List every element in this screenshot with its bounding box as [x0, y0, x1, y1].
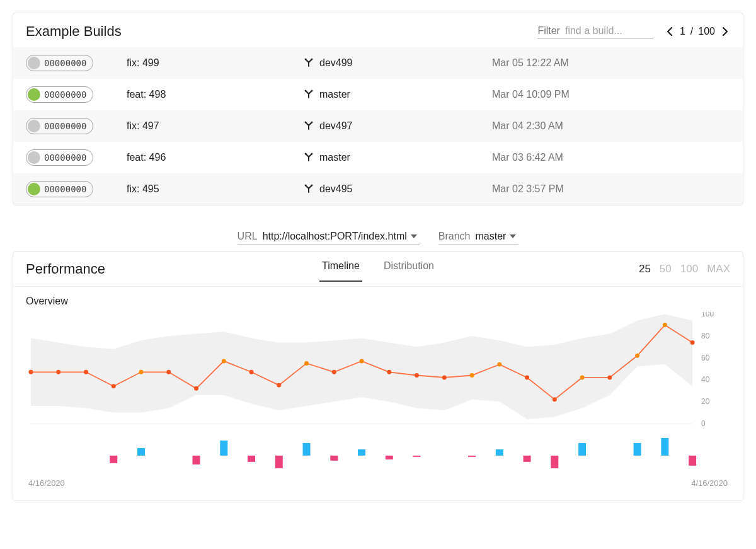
selectors-row: URL http://localhost:PORT/index.html Bra… [0, 218, 756, 248]
range-options: 25 50 100 MAX [639, 263, 730, 275]
build-row[interactable]: 00000000fix: 495dev495Mar 02 3:57 PM [13, 173, 743, 205]
value-point [332, 370, 336, 374]
avatar [28, 120, 40, 132]
delta-bar-positive [634, 443, 641, 456]
delta-bar-negative [330, 456, 338, 461]
pager-total: 100 [698, 26, 715, 37]
delta-bar-positive [496, 449, 503, 456]
delta-bar-positive [358, 449, 365, 456]
value-point [663, 323, 667, 327]
range-50[interactable]: 50 [660, 263, 672, 275]
build-hash-cell: 00000000 [26, 55, 127, 71]
y-tick-label: 100 [701, 312, 714, 318]
delta-bar-positive [578, 443, 586, 456]
tab-timeline[interactable]: Timeline [319, 257, 362, 282]
build-time: Mar 04 2:30 AM [492, 120, 730, 132]
delta-bar-negative [248, 456, 255, 462]
builds-title: Example Builds [26, 23, 122, 40]
value-point [166, 370, 171, 374]
build-branch: dev495 [303, 183, 492, 195]
branch-selector-label: Branch [438, 231, 471, 242]
filter-input[interactable] [565, 25, 653, 37]
x-end-label: 4/16/2020 [691, 478, 728, 488]
confidence-band [31, 314, 692, 419]
branch-selector-value: master [475, 231, 516, 242]
range-max[interactable]: MAX [707, 263, 730, 275]
build-time: Mar 05 12:22 AM [492, 57, 730, 69]
delta-bar-positive [137, 448, 145, 456]
value-point [635, 354, 639, 358]
value-point [304, 361, 309, 366]
commit-pill[interactable]: 00000000 [26, 86, 93, 103]
commit-pill[interactable]: 00000000 [26, 181, 93, 197]
tab-distribution[interactable]: Distribution [381, 257, 437, 282]
build-hash-cell: 00000000 [26, 181, 127, 197]
value-point [249, 370, 254, 374]
filter-field[interactable]: Filter [537, 25, 653, 38]
build-hash-cell: 00000000 [26, 118, 127, 134]
branch-icon [303, 57, 314, 69]
value-point [525, 375, 529, 379]
commit-hash: 00000000 [44, 58, 86, 68]
x-start-label: 4/16/2020 [28, 478, 65, 488]
delta-bar-negative [193, 456, 200, 465]
value-point [112, 384, 116, 388]
value-point [442, 375, 447, 379]
pager-next-button[interactable] [720, 26, 730, 37]
range-25[interactable]: 25 [639, 263, 651, 275]
pager-current: 1 [680, 26, 685, 37]
branch-icon [303, 89, 314, 100]
value-point [415, 373, 419, 378]
delta-bar-positive [220, 441, 227, 456]
delta-bar-negative [110, 456, 117, 463]
avatar [28, 88, 40, 101]
build-row[interactable]: 00000000feat: 496masterMar 03 6:42 AM [13, 142, 743, 173]
builds-list: 00000000fix: 499dev499Mar 05 12:22 AM000… [13, 47, 743, 205]
range-100[interactable]: 100 [680, 263, 698, 275]
overview-chart: 020406080100 [26, 312, 730, 475]
chevron-right-icon [721, 27, 729, 36]
build-row[interactable]: 00000000feat: 498masterMar 04 10:09 PM [13, 79, 743, 110]
build-branch: master [303, 89, 492, 100]
build-row[interactable]: 00000000fix: 497dev497Mar 04 2:30 AM [13, 110, 743, 142]
builds-card: Example Builds Filter 1 / 100 00000000fi… [13, 13, 743, 205]
build-hash-cell: 00000000 [26, 86, 127, 103]
delta-bar-negative [386, 456, 393, 459]
delta-bar-negative [275, 456, 283, 468]
overview-x-axis: 4/16/2020 4/16/2020 [26, 475, 730, 497]
commit-pill[interactable]: 00000000 [26, 55, 93, 71]
delta-bar-negative [524, 456, 531, 462]
branch-selector[interactable]: Branch master [438, 229, 519, 245]
commit-pill[interactable]: 00000000 [26, 149, 93, 166]
url-selector-label: URL [238, 231, 258, 242]
performance-card: Performance Timeline Distribution 25 50 … [13, 251, 743, 501]
url-selector[interactable]: URL http://localhost:PORT/index.html [238, 229, 420, 245]
value-point [56, 370, 60, 374]
pager-prev-button[interactable] [665, 26, 675, 37]
caret-down-icon [510, 234, 516, 238]
commit-hash: 00000000 [44, 121, 86, 131]
branch-name: master [319, 152, 350, 163]
url-selector-value: http://localhost:PORT/index.html [263, 231, 417, 242]
delta-bar-negative [413, 456, 421, 457]
y-tick-label: 60 [701, 354, 710, 362]
y-tick-label: 80 [701, 332, 710, 340]
build-row[interactable]: 00000000fix: 499dev499Mar 05 12:22 AM [13, 47, 743, 79]
y-tick-label: 0 [701, 419, 706, 428]
branch-name: master [319, 89, 350, 100]
value-point [497, 362, 501, 367]
caret-down-icon [411, 234, 417, 238]
build-message: feat: 498 [127, 89, 303, 100]
value-point [607, 375, 612, 379]
build-branch: dev497 [303, 120, 492, 132]
delta-bar-positive [661, 438, 668, 456]
builds-header-right: Filter 1 / 100 [537, 25, 730, 38]
commit-pill[interactable]: 00000000 [26, 118, 93, 134]
performance-header: Performance Timeline Distribution 25 50 … [13, 252, 743, 277]
build-message: fix: 499 [127, 57, 303, 69]
pager: 1 / 100 [665, 26, 730, 37]
performance-tabs: Timeline Distribution [319, 257, 437, 282]
build-message: feat: 496 [127, 152, 303, 163]
commit-hash: 00000000 [44, 153, 86, 163]
builds-header: Example Builds Filter 1 / 100 [13, 13, 743, 47]
